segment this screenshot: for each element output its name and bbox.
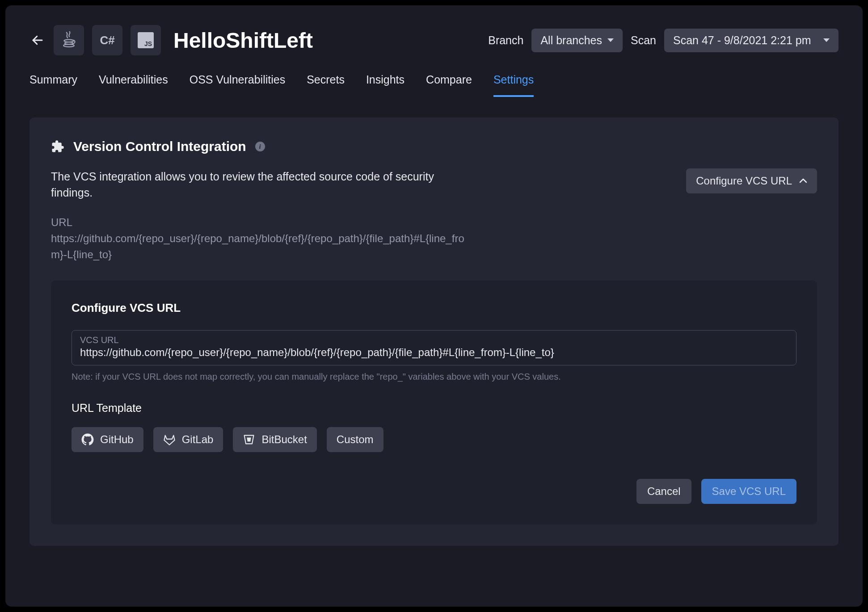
caret-down-icon: [607, 38, 614, 42]
template-custom[interactable]: Custom: [327, 427, 383, 452]
vcs-url-input-wrap[interactable]: VCS URL: [72, 330, 796, 365]
input-label: VCS URL: [80, 335, 788, 345]
scan-value: Scan 47 - 9/8/2021 2:21 pm: [673, 34, 811, 47]
panel-description: The VCS integration allows you to review…: [51, 168, 435, 201]
tab-vulnerabilities[interactable]: Vulnerabilities: [99, 73, 168, 97]
github-icon: [81, 433, 94, 446]
configure-vcs-toggle[interactable]: Configure VCS URL: [686, 168, 817, 193]
vcs-panel: Version Control Integration i The VCS in…: [29, 117, 839, 546]
puzzle-icon: [51, 140, 64, 153]
tab-summary[interactable]: Summary: [29, 73, 77, 97]
template-github[interactable]: GitHub: [72, 427, 143, 452]
template-label-text: GitLab: [182, 433, 214, 446]
save-button[interactable]: Save VCS URL: [701, 479, 796, 504]
configure-form: Configure VCS URL VCS URL Note: if your …: [51, 281, 817, 524]
svg-point-1: [64, 40, 73, 42]
template-gitlab[interactable]: GitLab: [153, 427, 223, 452]
url-label: URL: [51, 216, 817, 229]
tabs-nav: Summary Vulnerabilities OSS Vulnerabilit…: [29, 73, 839, 97]
back-button[interactable]: [29, 32, 46, 48]
tab-secrets[interactable]: Secrets: [307, 73, 345, 97]
template-bitbucket[interactable]: BitBucket: [233, 427, 316, 452]
template-label-text: Custom: [337, 433, 374, 446]
java-icon: [54, 25, 84, 55]
branch-value: All branches: [540, 34, 602, 47]
scan-dropdown[interactable]: Scan 47 - 9/8/2021 2:21 pm: [664, 29, 839, 52]
tab-compare[interactable]: Compare: [426, 73, 472, 97]
panel-title: Version Control Integration: [73, 139, 246, 154]
caret-down-icon: [823, 38, 830, 42]
form-title: Configure VCS URL: [72, 301, 796, 315]
template-label: URL Template: [72, 402, 796, 415]
branch-label: Branch: [488, 34, 523, 47]
vcs-url-input[interactable]: [80, 346, 788, 359]
url-value: https://github.com/{repo_user}/{repo_nam…: [51, 231, 471, 263]
template-label-text: BitBucket: [261, 433, 307, 446]
tab-oss-vulnerabilities[interactable]: OSS Vulnerabilities: [190, 73, 285, 97]
scan-label: Scan: [631, 34, 656, 47]
configure-label: Configure VCS URL: [696, 175, 792, 187]
info-icon[interactable]: i: [255, 142, 265, 151]
gitlab-icon: [163, 433, 176, 446]
cancel-button[interactable]: Cancel: [636, 479, 691, 504]
tab-settings[interactable]: Settings: [493, 73, 534, 97]
csharp-icon: C#: [92, 25, 122, 55]
js-icon: JS: [131, 25, 161, 55]
form-note: Note: if your VCS URL does not map corre…: [72, 372, 796, 382]
bitbucket-icon: [243, 433, 255, 446]
app-title: HelloShiftLeft: [173, 28, 313, 53]
svg-point-3: [63, 44, 74, 47]
branch-dropdown[interactable]: All branches: [531, 29, 623, 52]
chevron-up-icon: [799, 178, 807, 184]
tab-insights[interactable]: Insights: [366, 73, 405, 97]
template-label-text: GitHub: [100, 433, 134, 446]
